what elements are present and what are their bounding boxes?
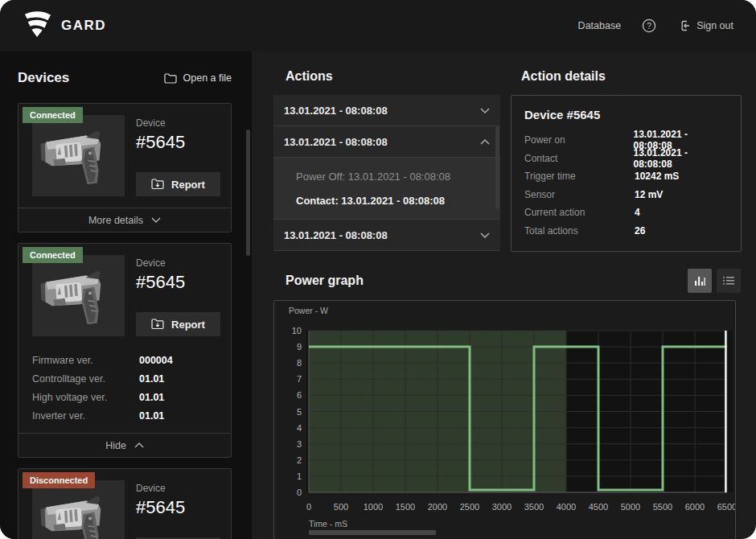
top-navbar: GARD Database ? Sign out <box>0 0 756 51</box>
svg-text:500: 500 <box>334 502 348 512</box>
action-item: 13.01.2021 - 08:08:08 <box>273 220 500 251</box>
detail-value: 01.01 <box>139 392 164 403</box>
svg-text:2000: 2000 <box>428 502 447 512</box>
device-image <box>32 480 125 539</box>
report-folder-icon <box>151 179 164 190</box>
svg-text:4: 4 <box>297 423 302 433</box>
folder-icon <box>164 73 177 84</box>
chart-horizontal-scrollbar[interactable] <box>309 530 436 535</box>
device-number: #5645 <box>136 497 220 518</box>
details-value: 13.01.2021 - 08:08:08 <box>634 147 728 170</box>
status-badge: Disconnected <box>23 472 95 488</box>
details-label: Trigger time <box>524 171 635 182</box>
action-item-header[interactable]: 13.01.2021 - 08:08:08 <box>273 95 500 125</box>
svg-text:8: 8 <box>297 358 302 368</box>
detail-label: Firmware ver. <box>32 355 139 366</box>
device-number: #5645 <box>136 132 220 153</box>
action-subitem[interactable]: Power Off: 13.01.2021 - 08:08:08 <box>273 164 500 188</box>
svg-text:1: 1 <box>297 471 302 481</box>
svg-text:2500: 2500 <box>460 502 479 512</box>
svg-text:2: 2 <box>297 455 302 465</box>
device-label: Device <box>136 257 220 269</box>
svg-text:0: 0 <box>297 488 302 497</box>
detail-label: Inverter ver. <box>32 410 139 422</box>
detail-label: High voltage ver. <box>32 392 139 403</box>
svg-text:3: 3 <box>297 439 302 449</box>
actions-panel: Actions 13.01.2021 - 08:08:08 <box>273 64 500 252</box>
toggle-label: Hide <box>105 440 126 451</box>
action-details-card: Device #5645 Power on 13.01.2021 - 08:08… <box>511 95 742 252</box>
chevron-up-icon <box>480 139 490 145</box>
help-icon[interactable]: ? <box>642 19 656 33</box>
database-link[interactable]: Database <box>578 20 622 31</box>
details-label: Contact <box>524 153 634 164</box>
gard-logo-icon <box>23 10 53 42</box>
details-label: Sensor <box>524 189 635 200</box>
details-row: Contact 13.01.2021 - 08:08:08 <box>524 150 728 168</box>
svg-text:5000: 5000 <box>621 502 640 512</box>
devices-sidebar: Devices Open a file Connected <box>0 51 252 539</box>
actions-title: Actions <box>286 69 500 84</box>
list-view-button[interactable] <box>717 269 741 293</box>
detail-row: High voltage ver. 01.01 <box>32 388 220 406</box>
device-label: Device <box>136 483 220 494</box>
power-chart[interactable]: 0123456789100500100015002000250030003500… <box>274 301 735 539</box>
details-device-title: Device #5645 <box>524 108 728 121</box>
report-button[interactable]: Report <box>136 312 220 336</box>
chevron-down-icon <box>480 232 490 238</box>
report-button[interactable]: Report <box>136 172 220 196</box>
device-image <box>32 115 125 196</box>
bar-chart-view-button[interactable] <box>688 269 712 293</box>
device-number: #5645 <box>136 272 220 293</box>
signout-label: Sign out <box>696 20 733 31</box>
chevron-up-icon <box>134 442 144 448</box>
detail-row: Firmware ver. 000004 <box>32 351 220 369</box>
details-value: 12 mV <box>635 189 663 200</box>
svg-text:6500: 6500 <box>717 502 735 512</box>
open-file-button[interactable]: Open a file <box>164 72 232 84</box>
action-date: 13.01.2021 - 08:08:08 <box>284 229 388 241</box>
details-value: 26 <box>635 225 645 237</box>
list-icon <box>722 275 735 286</box>
navbar-right: Database ? Sign out <box>578 19 733 33</box>
chevron-down-icon <box>151 217 161 223</box>
actions-accordion: 13.01.2021 - 08:08:08 13.01.2021 - 08:08… <box>273 95 500 251</box>
details-row: Trigger time 10242 mS <box>524 167 728 186</box>
more-details-toggle[interactable]: More details <box>18 208 231 232</box>
svg-text:Power - W: Power - W <box>289 306 328 315</box>
detail-value: 01.01 <box>139 373 164 385</box>
actions-scrollbar[interactable] <box>495 126 499 209</box>
svg-text:4000: 4000 <box>557 502 576 512</box>
power-chart-panel: 0123456789100500100015002000250030003500… <box>273 300 736 539</box>
brand-name: GARD <box>61 18 106 34</box>
device-card: Connected <box>18 103 232 232</box>
action-details-panel: Action details Device #5645 Power on 13.… <box>511 64 742 252</box>
signout-button[interactable]: Sign out <box>677 19 733 32</box>
power-graph-header: Power graph <box>273 269 742 293</box>
device-label: Device <box>136 117 220 129</box>
devices-title: Devices <box>18 70 69 86</box>
details-row: Sensor 12 mV <box>524 186 728 204</box>
action-item-header[interactable]: 13.01.2021 - 08:08:08 <box>273 126 500 157</box>
svg-text:6: 6 <box>297 390 302 400</box>
action-details-title: Action details <box>521 69 742 84</box>
svg-text:1500: 1500 <box>396 502 415 512</box>
svg-text:Time - mS: Time - mS <box>309 519 347 529</box>
action-item-header[interactable]: 13.01.2021 - 08:08:08 <box>273 220 500 250</box>
report-label: Report <box>171 179 205 191</box>
svg-text:5500: 5500 <box>653 502 672 512</box>
open-file-label: Open a file <box>183 72 232 84</box>
report-label: Report <box>171 319 205 331</box>
hide-toggle[interactable]: Hide <box>18 433 231 457</box>
svg-text:10: 10 <box>292 326 302 335</box>
status-badge: Connected <box>23 247 83 263</box>
graph-view-toggles <box>688 269 741 293</box>
action-date: 13.01.2021 - 08:08:08 <box>284 105 388 117</box>
sidebar-scrollbar[interactable] <box>246 130 250 256</box>
detail-value: 01.01 <box>139 410 164 422</box>
svg-text:0: 0 <box>306 502 311 512</box>
firmware-details: Firmware ver. 000004 Controlltage ver. 0… <box>18 348 231 433</box>
action-subitem[interactable]: Contact: 13.01.2021 - 08:08:08 <box>273 188 500 212</box>
details-value: 4 <box>635 207 640 218</box>
detail-value: 000004 <box>139 355 173 366</box>
